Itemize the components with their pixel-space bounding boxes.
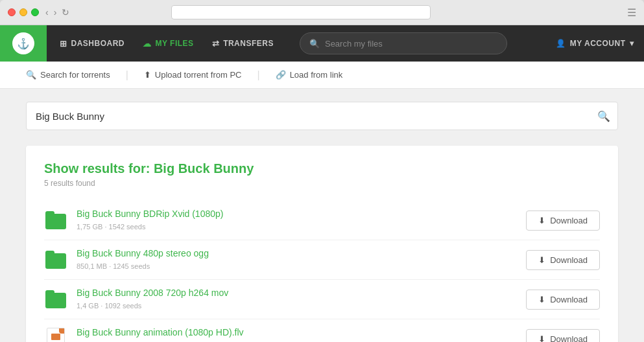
nav-transfers[interactable]: ⇄ TRANSFERS: [204, 34, 281, 54]
search-input-wrapper: 🔍: [26, 102, 618, 130]
result-info: Big Buck Bunny animation (1080p HD).flv …: [77, 327, 517, 342]
window-chrome: ‹ › ↻ ☰: [0, 0, 644, 25]
folder-icon: [44, 209, 67, 232]
download-button[interactable]: ⬇ Download: [526, 211, 600, 231]
folder-icon: [44, 248, 67, 271]
download-icon: ⬇: [538, 216, 545, 225]
result-meta: 850,1 MB · 1245 seeds: [77, 262, 150, 270]
result-name[interactable]: Big Buck Bunny BDRip Xvid (1080p): [77, 209, 517, 219]
refresh-button[interactable]: ↻: [62, 7, 69, 17]
nav-dashboard[interactable]: ⊞ DASHBOARD: [52, 34, 132, 54]
result-name[interactable]: Big Buck Bunny 2008 720p h264 mov: [77, 288, 517, 298]
subnav-load-link[interactable]: 🔗 Load from link: [276, 70, 343, 80]
close-button[interactable]: [8, 8, 16, 16]
nav-myfiles[interactable]: ☁ MY FILES: [135, 34, 202, 54]
results-card: Show results for: Big Buck Bunny 5 resul…: [26, 146, 618, 342]
result-meta: 1,4 GB · 1092 seeds: [77, 302, 141, 310]
search-input[interactable]: [26, 102, 618, 130]
result-row: Big Buck Bunny 480p stereo ogg 850,1 MB …: [44, 240, 600, 280]
subnav-search-torrents[interactable]: 🔍 Search for torrents: [26, 70, 110, 80]
results-count: 5 results found: [44, 179, 600, 188]
download-label: Download: [550, 216, 588, 225]
link-icon: 🔗: [276, 70, 286, 80]
content-area: 🔍 Show results for: Big Buck Bunny 5 res…: [0, 89, 644, 342]
search-torrent-icon: 🔍: [26, 70, 36, 80]
nav-search-bar: 🔍: [300, 32, 507, 54]
search-submit-icon[interactable]: 🔍: [597, 110, 610, 122]
forward-button[interactable]: ›: [54, 7, 57, 17]
result-name[interactable]: Big Buck Bunny 480p stereo ogg: [77, 248, 517, 258]
result-name[interactable]: Big Buck Bunny animation (1080p HD).flv: [77, 327, 517, 337]
result-row: Big Buck Bunny 2008 720p h264 mov 1,4 GB…: [44, 280, 600, 319]
subnav-divider-2: |: [257, 69, 259, 81]
minimize-button[interactable]: [19, 8, 27, 16]
account-icon: 👤: [556, 39, 566, 48]
results-list: Big Buck Bunny BDRip Xvid (1080p) 1,75 G…: [44, 201, 600, 342]
download-label: Download: [550, 255, 588, 265]
transfers-icon: ⇄: [212, 39, 220, 49]
back-button[interactable]: ‹: [45, 7, 49, 17]
maximize-button[interactable]: [31, 8, 39, 16]
download-label: Download: [550, 334, 588, 343]
browser-nav: ‹ › ↻: [45, 7, 69, 17]
download-button[interactable]: ⬇ Download: [526, 329, 600, 343]
results-query-highlight: Big Buck Bunny: [154, 161, 254, 176]
cloud-icon: ☁: [143, 39, 152, 49]
result-info: Big Buck Bunny BDRip Xvid (1080p) 1,75 G…: [77, 209, 517, 232]
result-meta: 1,75 GB · 1542 seeds: [77, 223, 145, 231]
result-row: Big Buck Bunny BDRip Xvid (1080p) 1,75 G…: [44, 201, 600, 240]
subnav-upload-torrent[interactable]: ⬆ Upload torrent from PC: [144, 70, 242, 80]
file-icon: [44, 327, 67, 342]
dashboard-icon: ⊞: [60, 39, 67, 49]
download-button[interactable]: ⬇ Download: [526, 290, 600, 310]
subnav-divider-1: |: [126, 69, 128, 81]
results-title: Show results for: Big Buck Bunny: [44, 161, 600, 176]
folder-icon: [44, 288, 67, 311]
upload-icon: ⬆: [144, 70, 151, 80]
download-icon: ⬇: [538, 334, 545, 343]
search-icon: 🔍: [309, 39, 320, 49]
download-label: Download: [550, 295, 588, 304]
search-bar-wrapper: 🔍: [287, 32, 545, 54]
app-wrapper: ⚓ ⊞ DASHBOARD ☁ MY FILES ⇄ TRANSFERS 🔍 👤: [0, 25, 644, 342]
nav-links: ⊞ DASHBOARD ☁ MY FILES ⇄ TRANSFERS: [47, 34, 287, 54]
hamburger-icon[interactable]: ☰: [627, 6, 636, 19]
topnav: ⚓ ⊞ DASHBOARD ☁ MY FILES ⇄ TRANSFERS 🔍 👤: [0, 25, 644, 62]
download-button[interactable]: ⬇ Download: [526, 250, 600, 270]
logo-icon: ⚓: [12, 32, 34, 54]
download-icon: ⬇: [538, 255, 545, 265]
result-info: Big Buck Bunny 2008 720p h264 mov 1,4 GB…: [77, 288, 517, 311]
url-bar[interactable]: [171, 5, 431, 19]
result-row: Big Buck Bunny animation (1080p HD).flv …: [44, 319, 600, 342]
nav-search-input[interactable]: [325, 39, 497, 49]
chevron-down-icon: ▾: [630, 39, 634, 48]
result-info: Big Buck Bunny 480p stereo ogg 850,1 MB …: [77, 248, 517, 271]
traffic-lights: [8, 8, 39, 16]
logo-block[interactable]: ⚓: [0, 25, 47, 62]
download-icon: ⬇: [538, 295, 545, 304]
subnav: 🔍 Search for torrents | ⬆ Upload torrent…: [0, 62, 644, 89]
account-link[interactable]: 👤 MY ACCOUNT ▾: [545, 34, 644, 53]
